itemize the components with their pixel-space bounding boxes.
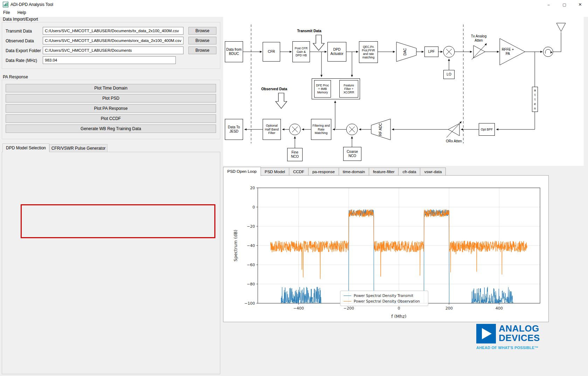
adi-tagline: AHEAD OF WHAT'S POSSIBLE™ xyxy=(476,346,550,350)
svg-text:−400: −400 xyxy=(293,306,304,311)
data-export-folder-label: Data Export Folder xyxy=(6,47,41,55)
legend-label-observation: Power Spectral Density Observation xyxy=(354,299,420,303)
observed-data-browse-button[interactable]: Browse xyxy=(188,37,216,44)
data-rate-input[interactable] xyxy=(43,56,176,64)
window-title: ADI-DPD Analysis Tool xyxy=(11,0,53,9)
generate-wb-reg-training-data-button[interactable]: Generate WB Reg Training Data xyxy=(6,125,216,133)
minimize-button[interactable]: – xyxy=(541,0,556,9)
svg-text:20: 20 xyxy=(250,186,255,190)
plot-psd-button[interactable]: Plot PSD xyxy=(6,94,216,102)
svg-text:−100: −100 xyxy=(244,301,255,306)
chart-legend: Power Spectral Density Transmit Power Sp… xyxy=(340,291,428,306)
svg-text:f (Mhz): f (Mhz) xyxy=(391,314,406,318)
observed-data-arrow-icon xyxy=(276,93,287,108)
tab-cfr-vswr-pulse-generator[interactable]: CFR/VSWR Pulse Generator xyxy=(49,144,108,152)
transmit-data-arrow-icon xyxy=(313,35,324,50)
diagram-box-post-cfr: Post CFR Gain & DPD HB xyxy=(292,41,310,62)
circulator-icon xyxy=(543,47,553,57)
titlebar: ADI-DPD Analysis Tool – ▢ ✕ xyxy=(0,0,588,9)
adi-logo-line1: ANALOG xyxy=(499,324,540,333)
observed-data-input[interactable] xyxy=(43,37,184,44)
signal-chain-diagram: Transmit Data Observed Data DAC RF ADC D… xyxy=(223,17,584,166)
menu-file[interactable]: File xyxy=(0,9,13,16)
plot-tab-feature-filter[interactable]: feature-filter xyxy=(369,168,398,176)
menu-help[interactable]: Help xyxy=(14,9,29,16)
diagram-canvas: Transmit Data Observed Data DAC RF ADC xyxy=(223,17,584,166)
diagram-box-filtering-rate-matching: Filtering and Rate Matching xyxy=(311,119,331,140)
antenna-icon xyxy=(556,23,566,31)
diagram-box-data-from-bduc: Data from BDUC xyxy=(225,41,243,62)
psd-plot-panel: −400−2000200400−100−80−60−40−20020f (Mhz… xyxy=(223,175,549,322)
adi-logo-text: ANALOG DEVICES xyxy=(499,324,540,343)
plot-tab-ccdf[interactable]: CCDF xyxy=(289,168,308,176)
svg-text:−200: −200 xyxy=(344,306,354,311)
rx-mixer-fine-icon xyxy=(289,124,300,135)
close-button[interactable]: ✕ xyxy=(572,0,588,9)
diagram-box-lo: LO xyxy=(443,70,455,79)
transmit-data-callout: Transmit Data xyxy=(297,29,321,33)
svg-text:Spectrum (dB): Spectrum (dB) xyxy=(233,230,238,262)
plot-tab-psd-model[interactable]: PSD Model xyxy=(261,168,289,176)
legend-label-transmit: Power Spectral Density Transmit xyxy=(354,293,413,298)
diagram-box-opt-bpf: Opt BPF xyxy=(479,123,495,136)
diagram-box-feature-filter-xcorr: Feature Filter + XCORR xyxy=(339,80,358,98)
plot-pa-response-button[interactable]: Plot PA Response xyxy=(6,104,216,113)
tx-analog-atten-amp-icon xyxy=(472,43,487,59)
svg-text:−40: −40 xyxy=(247,243,255,248)
diagram-box-optional-half-band-filter: Optional Half Band Filter xyxy=(263,119,281,140)
diagram-box-dpd-actuator: DPD Actuator xyxy=(327,42,346,62)
transmit-data-input[interactable] xyxy=(43,27,184,35)
diagram-box-lpf: LPF xyxy=(424,47,438,57)
diagram-box-cfr: CFR xyxy=(263,42,280,62)
data-export-folder-input[interactable] xyxy=(43,47,184,54)
svg-text:0: 0 xyxy=(253,205,255,210)
menubar: File Help xyxy=(0,9,588,17)
transmit-data-label: Transmit Data xyxy=(6,27,32,35)
adi-logo-line2: DEVICES xyxy=(499,333,540,343)
diagram-box-dfe-proc: DFE Proc + 8MB Memory xyxy=(314,80,331,98)
app-icon xyxy=(3,2,8,7)
plot-tab-pa-response[interactable]: pa-response xyxy=(308,168,339,176)
psd-chart: −400−2000200400−100−80−60−40−20020f (Mhz… xyxy=(228,178,543,318)
rf-adc-label: RF ADC xyxy=(379,123,382,136)
rffe-pa-label: RFFE + PA xyxy=(500,48,515,56)
data-rate-label: Data Rate (MHz) xyxy=(6,57,37,64)
adi-triangle-logo-icon xyxy=(476,324,496,343)
svg-text:−80: −80 xyxy=(247,282,255,286)
plot-tab-strip: PSD Open Loop PSD Model CCDF pa-response… xyxy=(223,167,446,176)
tx-mixer-icon xyxy=(443,46,455,57)
transmit-data-browse-button[interactable]: Browse xyxy=(188,27,216,35)
orx-atten-amp-icon xyxy=(447,121,462,137)
dpd-model-selection-panel xyxy=(2,152,220,374)
plot-time-domain-button[interactable]: Plot Time Domain xyxy=(6,84,216,92)
diagram-box-data-to-jesd: Data To JESD xyxy=(225,119,243,140)
maximize-button[interactable]: ▢ xyxy=(556,0,572,9)
diagram-box-fine-nco: Fine NCO xyxy=(287,148,303,161)
svg-text:−20: −20 xyxy=(247,224,255,229)
rx-mixer-coarse-icon xyxy=(346,124,358,135)
diagram-box-coarse-nco: Coarse NCO xyxy=(343,147,361,161)
plot-tab-cfr-data[interactable]: cfr-data xyxy=(398,168,420,176)
diagram-box-qec: QEC,PA Prot,PFIR and rate matching xyxy=(359,41,378,63)
svg-text:0: 0 xyxy=(398,306,400,311)
plot-tab-vswr-data[interactable]: vswr-data xyxy=(420,168,446,176)
tab-dpd-model-selection[interactable]: DPD Model Selection xyxy=(2,143,49,152)
observation-line-swatch xyxy=(344,301,351,301)
group-title-import-export: Data Import/Export xyxy=(3,17,38,22)
orx-atten-label: ORx Atten xyxy=(443,139,465,143)
transmit-line-swatch xyxy=(344,296,351,296)
svg-text:200: 200 xyxy=(445,306,453,311)
plot-tab-time-domain[interactable]: time-domain xyxy=(339,168,369,176)
tx-analog-atten-label: Tx Analog Atten xyxy=(468,34,490,43)
observed-data-label: Observed Data xyxy=(6,37,34,45)
atten-box: atten xyxy=(532,87,538,112)
group-title-pa-response: PA Response xyxy=(3,75,28,79)
data-export-folder-browse-button[interactable]: Browse xyxy=(188,47,216,54)
plot-tab-psd-open-loop[interactable]: PSD Open Loop xyxy=(223,167,261,176)
dac-label: DAC xyxy=(403,48,407,55)
plot-ccdf-button[interactable]: Plot CCDF xyxy=(6,114,216,123)
observed-data-callout: Observed Data xyxy=(261,87,287,91)
svg-text:−60: −60 xyxy=(247,263,255,267)
svg-text:400: 400 xyxy=(496,306,503,311)
